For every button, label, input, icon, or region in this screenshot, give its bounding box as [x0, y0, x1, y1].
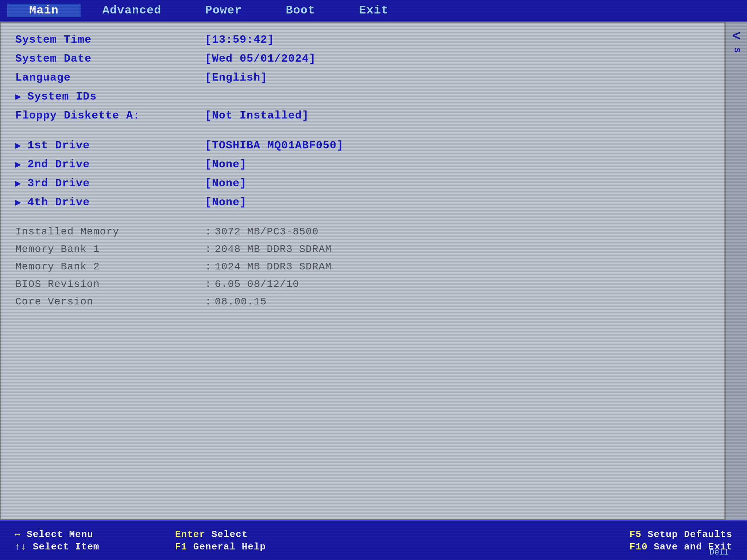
system-date-label: System Date: [15, 52, 205, 65]
f5-defaults-desc: Setup Defaults: [648, 529, 732, 540]
system-time-row[interactable]: System Time [13:59:42]: [15, 34, 710, 50]
system-time-label: System Time: [15, 34, 205, 46]
drive-3-value: [None]: [205, 177, 247, 190]
installed-memory-value: 3072 MB/PC3-8500: [215, 226, 319, 237]
bios-revision-row: BIOS Revision : 6.05 08/12/10: [15, 279, 710, 294]
floppy-label: Floppy Diskette A:: [15, 109, 205, 122]
system-date-row[interactable]: System Date [Wed 05/01/2024]: [15, 52, 710, 69]
f5-key-label: F5: [630, 529, 642, 540]
menu-item-main[interactable]: Main: [7, 4, 81, 17]
core-version-label: Core Version: [15, 296, 205, 307]
top-menu-bar: Main Advanced Power Boot Exit: [0, 0, 747, 22]
bios-revision-colon: :: [205, 279, 211, 290]
main-panel: System Time [13:59:42] System Date [Wed …: [0, 22, 725, 520]
drive-3-label[interactable]: 3rd Drive: [15, 177, 205, 190]
memory-bank-1-value: 2048 MB DDR3 SDRAM: [215, 244, 332, 255]
drive-2-row[interactable]: 2nd Drive [None]: [15, 158, 710, 174]
drive-1-label[interactable]: 1st Drive: [15, 139, 205, 152]
memory-bank-1-row: Memory Bank 1 : 2048 MB DDR3 SDRAM: [15, 244, 710, 259]
enter-select-desc: Select: [212, 529, 248, 540]
language-row[interactable]: Language [English]: [15, 71, 710, 88]
drive-3-row[interactable]: 3rd Drive [None]: [15, 177, 710, 193]
drive-4-value: [None]: [205, 196, 247, 209]
drive-2-value: [None]: [205, 158, 247, 171]
drive-4-row[interactable]: 4th Drive [None]: [15, 196, 710, 212]
ud-arrow-icon: ↑↓: [15, 541, 27, 552]
brand-label: Dell: [709, 548, 729, 557]
f1-help-desc: General Help: [193, 541, 266, 552]
f5-defaults-hint: F5 Setup Defaults: [630, 529, 732, 540]
select-menu-hint: ↔ Select Menu: [15, 529, 160, 540]
select-item-label: Select Item: [33, 541, 100, 552]
sidebar-arrow-icon: <: [732, 29, 740, 44]
memory-bank-2-label: Memory Bank 2: [15, 261, 205, 272]
drive-1-value: [TOSHIBA MQ01ABF050]: [205, 139, 344, 152]
memory-bank-2-colon: :: [205, 261, 211, 272]
right-sidebar: < S: [725, 22, 747, 520]
menu-item-exit[interactable]: Exit: [337, 4, 410, 17]
installed-memory-row: Installed Memory : 3072 MB/PC3-8500: [15, 226, 710, 241]
drive-2-label[interactable]: 2nd Drive: [15, 158, 205, 171]
f1-key-label: F1: [175, 541, 187, 552]
lr-arrow-icon: ↔: [15, 529, 21, 540]
bios-revision-label: BIOS Revision: [15, 279, 205, 290]
memory-bank-1-colon: :: [205, 244, 211, 255]
system-time-value[interactable]: [13:59:42]: [205, 34, 274, 46]
menu-item-power[interactable]: Power: [183, 4, 264, 17]
enter-select-hint: Enter Select: [175, 529, 303, 540]
bottom-bar: ↔ Select Menu ↑↓ Select Item Enter Selec…: [0, 520, 747, 560]
f1-help-hint: F1 General Help: [175, 541, 303, 552]
separator-2: [15, 215, 710, 226]
menu-item-boot[interactable]: Boot: [264, 4, 337, 17]
main-area: System Time [13:59:42] System Date [Wed …: [0, 22, 747, 520]
language-label: Language: [15, 71, 205, 84]
language-value[interactable]: [English]: [205, 71, 267, 84]
select-item-hint: ↑↓ Select Item: [15, 541, 160, 552]
separator-1: [15, 128, 710, 139]
core-version-row: Core Version : 08.00.15: [15, 296, 710, 311]
installed-memory-colon: :: [205, 226, 211, 237]
bios-revision-value: 6.05 08/12/10: [215, 279, 299, 290]
drive-1-row[interactable]: 1st Drive [TOSHIBA MQ01ABF050]: [15, 139, 710, 155]
system-ids-row[interactable]: System IDs: [15, 90, 710, 106]
memory-bank-2-value: 1024 MB DDR3 SDRAM: [215, 261, 332, 272]
bottom-left: ↔ Select Menu ↑↓ Select Item: [15, 529, 160, 552]
bios-screen: Main Advanced Power Boot Exit System Tim…: [0, 0, 747, 560]
floppy-row[interactable]: Floppy Diskette A: [Not Installed]: [15, 109, 710, 125]
enter-key-label: Enter: [175, 529, 205, 540]
system-date-value[interactable]: [Wed 05/01/2024]: [205, 52, 316, 65]
drive-4-label[interactable]: 4th Drive: [15, 196, 205, 209]
f10-key-label: F10: [630, 541, 648, 552]
bottom-center: Enter Select F1 General Help: [175, 529, 303, 552]
core-version-colon: :: [205, 296, 211, 307]
sidebar-label: S: [732, 48, 741, 53]
floppy-value[interactable]: [Not Installed]: [205, 109, 309, 122]
memory-bank-2-row: Memory Bank 2 : 1024 MB DDR3 SDRAM: [15, 261, 710, 276]
menu-item-advanced[interactable]: Advanced: [81, 4, 183, 17]
installed-memory-label: Installed Memory: [15, 226, 205, 237]
memory-bank-1-label: Memory Bank 1: [15, 244, 205, 255]
select-menu-label: Select Menu: [27, 529, 93, 540]
system-ids-label[interactable]: System IDs: [15, 90, 205, 103]
core-version-value: 08.00.15: [215, 296, 267, 307]
